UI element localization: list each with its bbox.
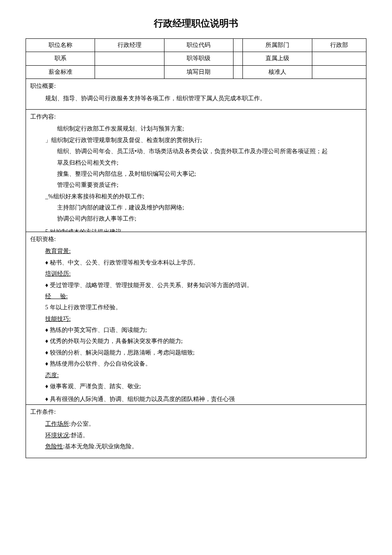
value-grade bbox=[233, 52, 242, 65]
attitude-item-1: ♦ 做事客观、严谨负责、踏实、敬业; bbox=[30, 382, 362, 391]
cond-label: 工作条件: bbox=[30, 407, 362, 417]
edu-heading: 教育背景: bbox=[45, 248, 71, 254]
label-salary: 薪金标准 bbox=[26, 65, 95, 78]
value-position-code bbox=[233, 39, 242, 52]
content-line-3: 组织、协调公司年会、员工活•动、市场类活动及各类会议，负责外联工作及办理公司所需… bbox=[30, 147, 362, 156]
overview-row: 职位概要: 规划、指导、协调公司行政服务支持等各项工作，组织管理下属人员完成本职… bbox=[26, 79, 366, 110]
overview-label: 职位概要: bbox=[30, 81, 362, 91]
value-job-series bbox=[95, 52, 164, 65]
overview-text: 规划、指导、协调公司行政服务支持等各项工作，组织管理下属人员完成本职工作。 bbox=[30, 94, 362, 103]
content-line-9: 5 对控制成本的方法提出建议 bbox=[30, 227, 362, 232]
header-row-1: 职位名称 行政经理 职位代码 所属部门 行政部 bbox=[26, 39, 366, 52]
content-line-3b: 草及归档公司相关文件; bbox=[30, 158, 362, 168]
job-spec-table: 职位名称 行政经理 职位代码 所属部门 行政部 职系 职等职级 直属上级 薪金标… bbox=[26, 38, 366, 458]
exp-heading: 经 验: bbox=[45, 293, 68, 299]
value-approver bbox=[312, 65, 366, 78]
value-position-name: 行政经理 bbox=[95, 39, 164, 52]
skill-item-1: ♦ 熟练的中英文写作、口语、阅读能力; bbox=[30, 325, 362, 335]
cond-env: 环境状况:舒适。 bbox=[30, 431, 362, 440]
skill-item-2: ♦ 优秀的外联与公关能力，具备解决突发事件的能力; bbox=[30, 337, 362, 346]
header-row-3: 薪金标准 填写日期 核准人 bbox=[26, 65, 366, 78]
label-job-series: 职系 bbox=[26, 52, 95, 65]
train-heading: 培训经历: bbox=[45, 270, 71, 277]
label-fill-date: 填写日期 bbox=[164, 65, 233, 78]
qual-label: 任职资格: bbox=[30, 235, 362, 244]
content-row: 工作内容: 组织制定行政部工作发展规划、计划与预算方案; 」组织制定行政管理规章… bbox=[26, 109, 366, 232]
skill-item-4: ♦ 熟练使用办公软件、办公自动化设备。 bbox=[30, 359, 362, 369]
label-approver: 核准人 bbox=[243, 65, 312, 78]
content-line-1: 组织制定行政部工作发展规划、计划与预算方案; bbox=[30, 124, 362, 134]
value-supervisor bbox=[312, 52, 366, 65]
cond-risk: 危险性:基本无危险.无职业病危险。 bbox=[30, 442, 362, 451]
exp-item-1: 5 年以上行政管理工作经验。 bbox=[30, 303, 362, 312]
value-fill-date bbox=[233, 65, 242, 78]
value-salary bbox=[95, 65, 164, 78]
content-line-6: _%组织好来客接待和相关的外联工作; bbox=[30, 192, 362, 201]
content-line-7: 主持部门内部的建设工作，建设及维护内部网络; bbox=[30, 203, 362, 212]
value-department: 行政部 bbox=[312, 39, 366, 52]
document-title: 行政经理职位说明书 bbox=[26, 17, 366, 30]
label-department: 所属部门 bbox=[243, 39, 312, 52]
conditions-row: 工作条件: 工作场所:办公室。 环境状况:舒适。 危险性:基本无危险.无职业病危… bbox=[26, 404, 366, 458]
qualification-row: 任职资格: 教育背景: ♦ 秘书、中文、公关、行政管理等相关专业本科以上学历。 … bbox=[26, 232, 366, 404]
content-label: 工作内容: bbox=[30, 112, 362, 122]
skill-item-3: ♦ 较强的分析、解决问题能力，思路清晰，考虑问题细致; bbox=[30, 348, 362, 357]
label-position-name: 职位名称 bbox=[26, 39, 95, 52]
content-line-8: 协调公司内部行政人事等工作; bbox=[30, 214, 362, 224]
train-item-1: ♦ 受过管理学、战略管理、管理技能开发、公共关系、财务知识等方面的培训。 bbox=[30, 281, 362, 290]
attitude-heading: 态度: bbox=[45, 372, 59, 378]
content-line-2: 」组织制定行政管理规章制度及督促、检查制度的贯彻执行; bbox=[30, 136, 362, 145]
header-row-2: 职系 职等职级 直属上级 bbox=[26, 52, 366, 65]
content-line-5: 管理公司重要资质证件; bbox=[30, 180, 362, 190]
edu-item-1: ♦ 秘书、中文、公关、行政管理等相关专业本科以上学历。 bbox=[30, 258, 362, 267]
label-position-code: 职位代码 bbox=[164, 39, 233, 52]
attitude-item-2: ♦ 具有很强的人际沟通、协调、组织能力以及高度的团队精神，责任心强 bbox=[30, 395, 362, 404]
cond-place: 工作场所:办公室。 bbox=[30, 419, 362, 429]
skill-heading: 技能技巧: bbox=[45, 316, 71, 322]
content-line-4: 搜集、整理公司内部信息，及时组织编写公司大事记; bbox=[30, 169, 362, 179]
label-supervisor: 直属上级 bbox=[243, 52, 312, 65]
label-grade: 职等职级 bbox=[164, 52, 233, 65]
